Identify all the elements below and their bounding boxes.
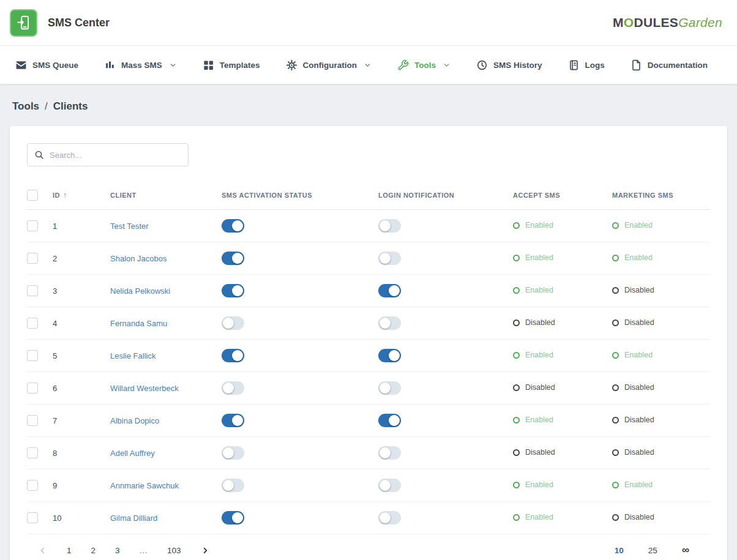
column-header-marketing-sms[interactable]: MARKETING SMS xyxy=(612,180,710,210)
toggle-knob xyxy=(223,480,234,491)
sms-activation-toggle[interactable] xyxy=(222,381,244,395)
login-notification-toggle[interactable] xyxy=(378,381,401,395)
nav-item-label: SMS Queue xyxy=(32,61,78,70)
login-notification-toggle[interactable] xyxy=(378,284,401,297)
sms-activation-toggle[interactable] xyxy=(222,479,244,492)
nav-item-mass-sms[interactable]: Mass SMS xyxy=(91,46,190,84)
client-link[interactable]: Annmarie Sawchuk xyxy=(110,481,179,490)
row-checkbox[interactable] xyxy=(27,512,38,523)
page-number[interactable]: 3 xyxy=(115,546,120,555)
accept-sms-status: Disabled xyxy=(513,383,555,392)
column-header-client[interactable]: CLIENT xyxy=(110,180,222,210)
marketing-sms-status: Disabled xyxy=(612,383,654,392)
column-header-login-notification[interactable]: LOGIN NOTIFICATION xyxy=(378,180,513,210)
toggle-knob xyxy=(223,383,234,394)
accept-sms-status: Enabled xyxy=(513,351,553,359)
sms-activation-toggle[interactable] xyxy=(222,511,244,525)
select-all-checkbox[interactable] xyxy=(27,190,38,201)
column-header-sms-activation[interactable]: SMS ACTIVATION STATUS xyxy=(222,180,378,210)
accept-sms-status: Enabled xyxy=(513,416,553,424)
per-page-infinity[interactable]: ∞ xyxy=(682,544,689,556)
login-notification-toggle[interactable] xyxy=(378,414,401,427)
sms-activation-toggle[interactable] xyxy=(222,414,244,427)
accept-sms-status: Enabled xyxy=(513,221,553,230)
status-label: Enabled xyxy=(525,286,553,294)
nav-item-configuration[interactable]: Configuration xyxy=(273,46,384,84)
login-notification-toggle[interactable] xyxy=(378,252,401,265)
status-circle-icon xyxy=(513,287,520,294)
nav-item-templates[interactable]: Templates xyxy=(190,46,273,84)
client-link[interactable]: Nelida Pelkowski xyxy=(110,286,170,296)
login-notification-toggle[interactable] xyxy=(378,511,401,525)
sms-activation-toggle[interactable] xyxy=(222,446,244,460)
nav-item-tools[interactable]: Tools xyxy=(384,46,463,84)
status-label: Disabled xyxy=(624,383,654,392)
table-row: 2 Shalon Jacobos Enabled Enabled xyxy=(27,242,710,275)
client-link[interactable]: Albina Dopico xyxy=(110,416,159,425)
clients-table-body: 1 Test Tester Enabled Enabled 2 Shalon J… xyxy=(27,210,710,534)
row-id: 5 xyxy=(53,351,57,360)
nav-item-logs[interactable]: Logs xyxy=(555,46,618,84)
next-page-icon[interactable] xyxy=(201,546,210,555)
per-page-10[interactable]: 10 xyxy=(615,546,624,555)
client-link[interactable]: Fernanda Samu xyxy=(110,319,167,328)
status-circle-icon xyxy=(612,255,619,261)
row-checkbox[interactable] xyxy=(27,447,38,458)
sms-activation-toggle[interactable] xyxy=(222,219,244,233)
marketing-sms-status: Enabled xyxy=(612,480,653,489)
column-header-accept-sms[interactable]: ACCEPT SMS xyxy=(513,180,612,210)
per-page-25[interactable]: 25 xyxy=(648,546,657,555)
search-input[interactable] xyxy=(50,151,181,160)
breadcrumb-section[interactable]: Tools xyxy=(12,100,39,112)
toggle-knob xyxy=(380,318,391,329)
row-checkbox[interactable] xyxy=(27,480,38,491)
client-link[interactable]: Leslie Fallick xyxy=(110,351,155,360)
row-checkbox[interactable] xyxy=(27,383,38,394)
toggle-knob xyxy=(380,512,391,523)
toggle-knob xyxy=(389,350,400,361)
client-link[interactable]: Adell Auffrey xyxy=(110,449,155,458)
row-checkbox[interactable] xyxy=(27,285,38,296)
nav-item-label: Tools xyxy=(414,61,436,70)
column-header-id[interactable]: ID↑ xyxy=(53,180,110,210)
login-notification-toggle[interactable] xyxy=(378,219,401,233)
login-notification-toggle[interactable] xyxy=(378,446,401,460)
row-checkbox[interactable] xyxy=(27,318,38,329)
sms-activation-toggle[interactable] xyxy=(222,349,244,362)
status-label: Enabled xyxy=(525,416,553,424)
brand-text: M xyxy=(613,15,624,29)
page-number[interactable]: 103 xyxy=(167,546,181,555)
search-box xyxy=(27,143,189,166)
prev-page-icon[interactable] xyxy=(38,546,47,555)
sms-activation-toggle[interactable] xyxy=(222,284,244,297)
accept-sms-status: Enabled xyxy=(513,513,553,521)
nav-item-documentation[interactable]: Documentation xyxy=(618,46,720,84)
sms-activation-toggle[interactable] xyxy=(222,252,244,265)
login-notification-toggle[interactable] xyxy=(378,316,401,330)
nav-item-sms-history[interactable]: SMS History xyxy=(463,46,555,84)
status-circle-icon xyxy=(612,287,619,294)
client-link[interactable]: Willard Westerbeck xyxy=(110,384,179,393)
row-id: 6 xyxy=(53,384,57,393)
client-link[interactable]: Shalon Jacobos xyxy=(110,254,167,263)
client-link[interactable]: Gilma Dilliard xyxy=(110,513,157,523)
row-id: 2 xyxy=(53,254,57,263)
row-checkbox[interactable] xyxy=(27,415,38,426)
login-notification-toggle[interactable] xyxy=(378,479,401,492)
row-checkbox[interactable] xyxy=(27,350,38,361)
marketing-sms-status: Disabled xyxy=(612,448,654,457)
sms-activation-toggle[interactable] xyxy=(222,316,244,330)
marketing-sms-status: Disabled xyxy=(612,318,654,327)
row-checkbox[interactable] xyxy=(27,253,38,264)
nav-item-sms-queue[interactable]: SMS Queue xyxy=(2,46,91,84)
nav-item-label: Logs xyxy=(585,61,605,70)
row-checkbox[interactable] xyxy=(27,220,38,231)
envelope-icon xyxy=(15,59,27,71)
page-number[interactable]: 2 xyxy=(91,546,96,555)
chevron-down-icon xyxy=(443,61,451,69)
page-ellipsis: … xyxy=(140,546,148,555)
page-number[interactable]: 1 xyxy=(67,546,72,555)
client-link[interactable]: Test Tester xyxy=(110,222,149,231)
login-notification-toggle[interactable] xyxy=(378,349,401,362)
status-label: Disabled xyxy=(525,383,555,392)
